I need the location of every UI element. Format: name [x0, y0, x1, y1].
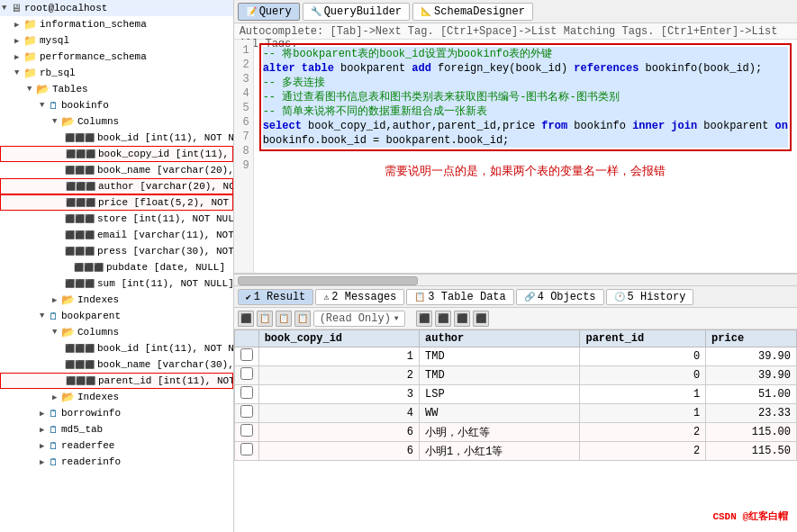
tree-item-md5_tab[interactable]: ▶🗒md5_tab — [0, 421, 233, 437]
tool-btn-5[interactable]: ⬛ — [416, 311, 432, 327]
tree-item-readerfee[interactable]: ▶🗒readerfee — [0, 437, 233, 454]
tree-item-columns2[interactable]: ▼📂Columns — [0, 324, 233, 340]
tree-arrow-readerfee: ▶ — [40, 441, 49, 451]
cell-book-copy-id: 4 — [258, 404, 419, 423]
row-checkbox[interactable] — [240, 348, 253, 361]
tab-query-label: Query — [259, 5, 292, 18]
row-checkbox-cell[interactable] — [234, 404, 258, 423]
result-tab-4[interactable]: 🔗4 Objects — [516, 289, 604, 305]
tree-arrow-info_schema: ▶ — [14, 20, 23, 30]
row-checkbox-cell[interactable] — [234, 366, 258, 385]
tree-item-borrowinfo[interactable]: ▶🗒borrowinfo — [0, 405, 233, 421]
tool-btn-1[interactable]: ⬛ — [238, 311, 254, 327]
tree-label-col11: book_id [int(11), NOT NU — [97, 343, 233, 354]
cell-price: 39.90 — [706, 366, 797, 385]
icon-table: 🗒 — [49, 311, 59, 322]
row-checkbox[interactable] — [240, 386, 253, 399]
code-line-2: -- 将bookparent表的book_id设置为bookinfo表的外键 — [263, 47, 788, 61]
tree-label-mysql: mysql — [40, 35, 69, 46]
col-header-0 — [234, 330, 258, 347]
result-tab-3[interactable]: 📋3 Table Data — [406, 289, 513, 305]
cell-author: LSP — [420, 385, 580, 404]
tree-label-col1: book_id [int(11), NOT NU — [97, 132, 233, 143]
tree-item-indexes2[interactable]: ▶📂Indexes — [0, 389, 233, 405]
tool-btn-4[interactable]: 📋 — [294, 311, 311, 327]
tab-query[interactable]: 📝 Query — [238, 3, 300, 21]
icon-db: 📁 — [23, 34, 37, 48]
tree-label-columns1: Columns — [77, 116, 119, 127]
tree-item-tables[interactable]: ▼📂Tables — [0, 81, 233, 97]
cell-parent-id: 1 — [580, 385, 706, 404]
tool-btn-3[interactable]: 📋 — [276, 311, 292, 327]
tree-item-col7[interactable]: ⬛⬛⬛email [varchar(11), NOT N — [0, 227, 233, 243]
tree-item-info_schema[interactable]: ▶📁information_schema — [0, 16, 233, 32]
tree-item-col8[interactable]: ⬛⬛⬛press [varchar(30), NOT N — [0, 243, 233, 259]
tool-btn-7[interactable]: ⬛ — [454, 311, 470, 327]
code-area[interactable]: -- 将bookparent表的book_id设置为bookinfo表的外键al… — [254, 40, 797, 273]
code-line-8: bookinfo.book_id = bookparent.book_id; — [263, 133, 788, 148]
icon-col: ⬛⬛⬛ — [74, 262, 104, 273]
row-checkbox-cell[interactable] — [234, 347, 258, 366]
tree-label-tables: Tables — [52, 84, 88, 95]
tree-item-bookinfo[interactable]: ▼🗒bookinfo — [0, 97, 233, 113]
tree-label-col5: price [float(5,2), NOT NU — [98, 197, 233, 208]
tree-item-col9[interactable]: ⬛⬛⬛pubdate [date, NULL] — [0, 259, 233, 275]
tree-label-readerfee: readerfee — [61, 440, 114, 451]
query-editor[interactable]: 123456789 -- 将bookparent表的book_id设置为book… — [234, 40, 797, 274]
tree-item-mysql[interactable]: ▶📁mysql — [0, 32, 233, 49]
icon-col: ⬛⬛⬛ — [65, 343, 95, 354]
tab-schema-designer[interactable]: 📐 SchemaDesigner — [412, 3, 533, 21]
icon-server: 🖥 — [11, 2, 22, 15]
tab-query-builder[interactable]: 🔧 QueryBuilder — [303, 3, 410, 21]
tree-label-indexes1: Indexes — [77, 294, 119, 305]
tree-item-col10[interactable]: ⬛⬛⬛sum [int(11), NOT NULL] — [0, 275, 233, 292]
row-checkbox-cell[interactable] — [234, 385, 258, 404]
tree-item-col6[interactable]: ⬛⬛⬛store [int(11), NOT NULL, — [0, 211, 233, 227]
tree-item-col13[interactable]: ⬛⬛⬛parent_id [int(11), NOT N — [0, 373, 233, 389]
tool-btn-2[interactable]: 📋 — [257, 311, 273, 327]
tree-item-bookparent[interactable]: ▼🗒bookparent — [0, 308, 233, 324]
query-icon: 📝 — [246, 6, 257, 17]
tree-arrow-perf_schema: ▶ — [14, 52, 23, 62]
tree-item-columns1[interactable]: ▼📂Columns — [0, 113, 233, 130]
tree-item-col12[interactable]: ⬛⬛⬛book_name [varchar(30), — [0, 356, 233, 373]
tree-item-col5[interactable]: ⬛⬛⬛price [float(5,2), NOT NU — [0, 194, 233, 211]
cell-author: WW — [420, 404, 580, 423]
row-checkbox-cell[interactable] — [234, 442, 258, 461]
icon-folder: 📂 — [61, 115, 75, 129]
line-numbers: 123456789 — [234, 40, 254, 273]
tree-item-col4[interactable]: ⬛⬛⬛author [varchar(20), NOT — [0, 178, 233, 194]
cell-book-copy-id: 3 — [258, 385, 419, 404]
row-checkbox-cell[interactable] — [234, 423, 258, 442]
row-checkbox[interactable] — [240, 367, 253, 380]
horizontal-scrollbar[interactable] — [234, 274, 797, 286]
tree-arrow-borrowinfo: ▶ — [40, 409, 49, 419]
tree-item-root[interactable]: ▼🖥root@localhost — [0, 0, 233, 16]
row-checkbox[interactable] — [240, 405, 253, 418]
tree-item-col11[interactable]: ⬛⬛⬛book_id [int(11), NOT NU — [0, 340, 233, 356]
result-tab-2[interactable]: ⚠2 Messages — [315, 289, 404, 305]
tool-btn-8[interactable]: ⬛ — [473, 311, 489, 327]
result-tab-label-3: 3 Table Data — [428, 291, 505, 303]
tree-item-col1[interactable]: ⬛⬛⬛book_id [int(11), NOT NU — [0, 130, 233, 146]
note-text: 需要说明一点的是，如果两个表的变量名一样，会报错 — [259, 155, 792, 187]
result-tab-5[interactable]: 🕐5 History — [606, 289, 694, 305]
code-block: -- 将bookparent表的book_id设置为bookinfo表的外键al… — [259, 43, 792, 151]
tool-btn-6[interactable]: ⬛ — [435, 311, 451, 327]
tree-panel[interactable]: ▼🖥root@localhost▶📁information_schema▶📁my… — [0, 0, 234, 532]
tree-label-col10: sum [int(11), NOT NULL] — [97, 278, 233, 289]
result-table-wrapper[interactable]: book_copy_idauthorparent_idprice 1TMD039… — [234, 329, 797, 484]
row-checkbox[interactable] — [240, 424, 253, 437]
tree-item-perf_schema[interactable]: ▶📁performance_schema — [0, 49, 233, 65]
row-checkbox[interactable] — [240, 443, 253, 455]
tree-item-col2[interactable]: ⬛⬛⬛book_copy_id [int(11), NU — [0, 146, 233, 162]
tree-item-indexes1[interactable]: ▶📂Indexes — [0, 292, 233, 308]
tree-item-col3[interactable]: ⬛⬛⬛book_name [varchar(20), — [0, 162, 233, 178]
tree-item-rb_sql[interactable]: ▼📁rb_sql — [0, 65, 233, 81]
icon-col: ⬛⬛⬛ — [65, 132, 95, 143]
tree-item-readerinfo[interactable]: ▶🗒readerinfo — [0, 454, 233, 470]
result-tab-1[interactable]: ✔1 Result — [238, 289, 314, 305]
dropdown-arrow[interactable]: ▼ — [394, 314, 399, 322]
cell-parent-id: 0 — [580, 366, 706, 385]
sd-icon: 📐 — [421, 6, 431, 17]
